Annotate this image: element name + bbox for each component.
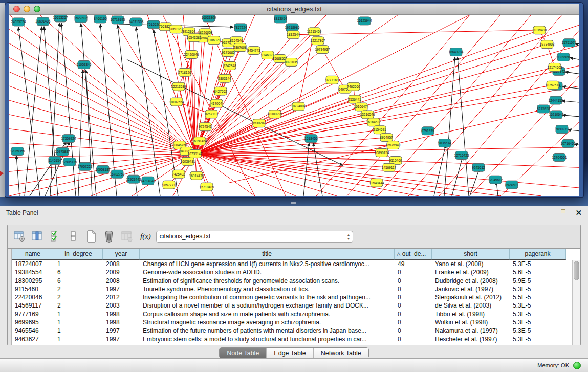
table-row[interactable]: 2242004622012Investigating the contribut… (12, 293, 571, 301)
graph-node[interactable]: 8924501 (505, 181, 518, 189)
graph-node[interactable]: 8215958 (537, 105, 550, 113)
column-header-pagerank[interactable]: pagerank (510, 249, 566, 260)
graph-node[interactable]: 9329966 (557, 53, 570, 61)
graph-node[interactable]: 16210643 (549, 111, 564, 119)
graph-node[interactable]: 14714046 (141, 177, 156, 185)
show-columns-icon[interactable] (31, 230, 44, 243)
graph-node[interactable]: 14569117 (382, 163, 397, 171)
graph-node[interactable]: 2718126 (178, 68, 191, 76)
graph-node[interactable]: 9724541 (199, 123, 212, 131)
graph-node[interactable]: 8454743 (247, 47, 260, 55)
graph-node[interactable]: 19734903 (540, 40, 555, 49)
graph-node[interactable]: 18739147 (188, 150, 203, 158)
graph-node[interactable]: 20691406 (36, 17, 51, 26)
graph-node[interactable]: 17359924 (61, 135, 76, 143)
graph-node[interactable]: 10896154 (375, 149, 389, 157)
network-view-canvas[interactable]: 2405572420691406106532571527602846616010… (9, 15, 579, 196)
graph-node[interactable]: 1530202 (252, 119, 266, 127)
float-panel-icon[interactable] (559, 209, 567, 216)
graph-node[interactable]: 2867608 (233, 43, 247, 52)
graph-node[interactable]: 14671368 (129, 18, 144, 26)
graph-node[interactable]: 12923443 (126, 175, 141, 183)
graph-node[interactable]: 7857224 (234, 24, 247, 32)
column-header-name[interactable]: name (12, 249, 54, 260)
column-header-out_degree[interactable]: △out_de... (395, 249, 432, 260)
graph-node[interactable]: 12045612 (488, 176, 503, 184)
graph-node[interactable]: 16125944 (357, 17, 372, 25)
table-options-icon[interactable] (13, 230, 26, 243)
function-builder-icon[interactable]: f(x) (140, 232, 151, 241)
vertical-scrollbar[interactable] (572, 260, 580, 345)
graph-node[interactable]: 8466160 (94, 15, 107, 23)
rows-icon[interactable] (67, 230, 80, 243)
column-header-short[interactable]: short (432, 249, 510, 260)
graph-node[interactable]: 21053346 (77, 60, 92, 69)
graph-node[interactable]: 16575949 (386, 141, 401, 149)
graph-node[interactable]: 8954957 (380, 134, 393, 142)
select-rows-icon[interactable] (49, 230, 62, 243)
graph-node[interactable]: 10106474 (354, 103, 369, 111)
table-row[interactable]: 977716911998Corpus callosum shape and si… (12, 310, 571, 318)
graph-node[interactable]: 10653257 (53, 15, 68, 22)
graph-node[interactable]: 9657771 (162, 181, 176, 189)
graph-node[interactable]: 10719195 (111, 16, 125, 24)
graph-node[interactable]: 10716405 (561, 140, 576, 148)
column-header-year[interactable]: year (103, 249, 140, 260)
graph-node[interactable]: 8186328 (207, 36, 221, 45)
graph-node[interactable]: 7515526 (147, 20, 160, 29)
table-row[interactable]: 1456911722003Disruption of a novel membe… (12, 301, 571, 310)
graph-node[interactable]: 11015498 (532, 26, 547, 34)
graph-node[interactable]: 12704501 (552, 153, 567, 161)
graph-node[interactable]: 17957223 (78, 162, 93, 170)
graph-node[interactable]: 12213589 (171, 82, 186, 91)
window-titlebar[interactable]: citations_edges.txt (9, 4, 579, 15)
graph-node[interactable]: 417004 (210, 99, 223, 107)
graph-node[interactable]: 18757513 (546, 81, 560, 89)
graph-node[interactable]: 16033809 (202, 15, 216, 22)
graph-node[interactable]: 10716423 (454, 151, 469, 159)
tab-network-table[interactable]: Network Table (314, 348, 368, 358)
graph-node[interactable]: 8822035 (285, 58, 298, 67)
column-header-in_degree[interactable]: in_degree (54, 249, 103, 260)
table-row[interactable]: 1830029562008Estimation of significance … (12, 277, 571, 285)
graph-node[interactable]: 9245612 (472, 163, 485, 171)
graph-node[interactable]: 16648784 (449, 48, 464, 56)
graph-node[interactable]: 10975887 (55, 148, 70, 156)
graph-node[interactable]: 16543382 (187, 34, 202, 42)
graph-node[interactable]: 16914479 (189, 171, 204, 180)
graph-node[interactable]: 7425402 (172, 170, 185, 178)
table-row[interactable]: 969969511998Structural magnetic resonanc… (12, 318, 571, 326)
graph-node[interactable]: 11215459 (307, 28, 322, 36)
scrollbar-thumb[interactable] (574, 261, 579, 280)
graph-node[interactable]: 15718485 (200, 183, 214, 191)
graph-node[interactable]: 7690279 (555, 125, 569, 134)
new-document-icon[interactable] (84, 230, 98, 243)
table-row[interactable]: 946554611997Estimation of the future num… (12, 326, 571, 335)
graph-node[interactable]: 19734937 (315, 46, 330, 54)
tab-edge-table[interactable]: Edge Table (267, 348, 313, 358)
graph-node[interactable]: 9154691 (373, 126, 386, 134)
graph-node[interactable]: 16782759 (110, 170, 125, 178)
tab-node-table[interactable]: Node Table (220, 348, 267, 358)
zoom-window-icon[interactable] (34, 6, 40, 12)
graph-node[interactable]: 8813054 (274, 15, 287, 23)
graph-node[interactable]: 24055724 (11, 18, 26, 26)
graph-node[interactable]: 6791979 (421, 127, 434, 135)
table-row[interactable]: 1938455462009Genome-wide association stu… (12, 268, 571, 276)
table-row[interactable]: 946362711997Embryonic stem cells: a mode… (12, 335, 571, 343)
graph-node[interactable]: 9860123 (169, 25, 183, 33)
graph-node[interactable]: 12905135 (62, 158, 77, 166)
graph-node[interactable]: 1518456 (304, 135, 318, 143)
graph-node[interactable]: 7462060 (347, 82, 360, 91)
graph-node[interactable]: 13216546 (360, 111, 375, 119)
table-row[interactable]: 911546021997Tourette syndrome. Phenomeno… (12, 285, 571, 293)
trash-icon[interactable] (102, 230, 116, 243)
graph-node[interactable]: 8427552 (214, 87, 227, 95)
graph-node[interactable]: 12217867 (311, 37, 325, 45)
memory-ok-indicator-icon[interactable] (573, 362, 581, 369)
graph-node[interactable]: 2803144 (218, 74, 231, 82)
graph-node[interactable]: 9242848 (223, 61, 236, 70)
table-row[interactable]: 1872400712008Changes of HCN gene express… (12, 260, 571, 268)
close-panel-icon[interactable]: ✕ (575, 209, 582, 216)
citation-network-graph[interactable]: 2405572420691406106532571527602846616010… (9, 15, 579, 196)
